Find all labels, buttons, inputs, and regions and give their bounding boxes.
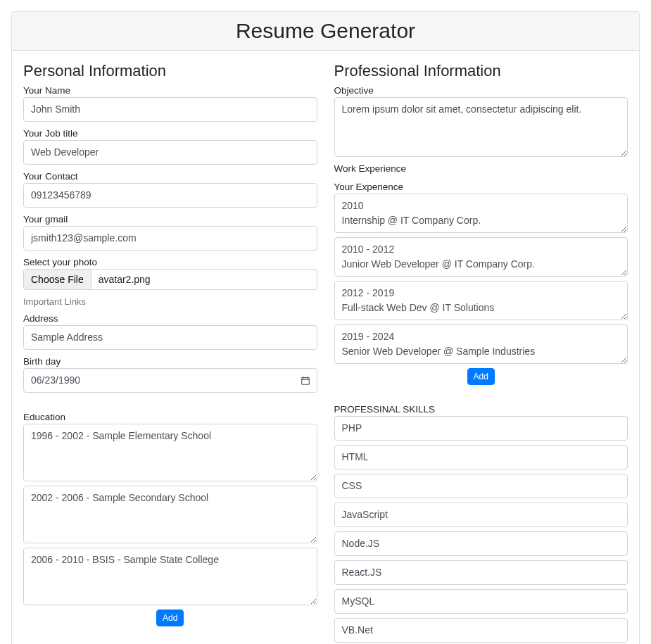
important-links-label: Important Links <box>23 296 86 307</box>
page-title: Resume Generator <box>23 19 628 43</box>
experience-input[interactable] <box>334 324 628 364</box>
experience-section: Your Experience Add <box>334 181 628 385</box>
education-input[interactable] <box>23 548 317 605</box>
name-input[interactable] <box>23 97 317 122</box>
name-label: Your Name <box>23 85 70 96</box>
education-input[interactable] <box>23 424 317 481</box>
personal-heading: Personal Information <box>23 62 317 80</box>
experience-input[interactable] <box>334 281 628 320</box>
skill-input[interactable] <box>334 474 628 498</box>
address-input[interactable] <box>23 325 317 350</box>
skill-input[interactable] <box>334 416 628 441</box>
objective-input[interactable] <box>334 97 628 157</box>
card-body: Personal Information Your Name Your Job … <box>12 51 639 644</box>
contact-input[interactable] <box>23 183 317 208</box>
skill-input[interactable] <box>334 560 628 585</box>
birthday-label: Birth day <box>23 356 61 367</box>
education-section: Education Add <box>23 411 317 626</box>
photo-label: Select your photo <box>23 257 97 267</box>
jobtitle-input[interactable] <box>23 140 317 165</box>
file-name: avatar2.png <box>91 270 158 289</box>
education-input[interactable] <box>23 486 317 543</box>
skill-input[interactable] <box>334 531 628 556</box>
choose-file-button[interactable]: Choose File <box>24 270 91 289</box>
skills-section: PROFESSINAL SKILLS Add <box>334 403 628 644</box>
professional-heading: Professional Information <box>334 62 628 80</box>
jobtitle-label: Your Job title <box>23 128 78 139</box>
birthday-input[interactable] <box>23 368 317 393</box>
skill-input[interactable] <box>334 503 628 527</box>
skill-input[interactable] <box>334 445 628 469</box>
workexperience-label: Work Experience <box>334 163 407 174</box>
add-education-button[interactable]: Add <box>156 610 184 626</box>
contact-label: Your Contact <box>23 171 78 182</box>
card-header: Resume Generator <box>12 12 639 51</box>
education-label: Education <box>23 412 65 422</box>
skill-input[interactable] <box>334 589 628 614</box>
professional-column: Professional Information Objective Work … <box>326 62 637 644</box>
gmail-label: Your gmail <box>23 214 68 225</box>
experience-input[interactable] <box>334 194 628 233</box>
experience-input[interactable] <box>334 237 628 277</box>
photo-file-picker[interactable]: Choose File avatar2.png <box>23 269 317 290</box>
skills-label: PROFESSINAL SKILLS <box>334 404 436 415</box>
address-label: Address <box>23 313 58 324</box>
yourexperience-label: Your Experience <box>334 182 404 192</box>
gmail-input[interactable] <box>23 226 317 251</box>
skill-input[interactable] <box>334 618 628 643</box>
resume-generator-card: Resume Generator Personal Information Yo… <box>11 11 640 644</box>
add-experience-button[interactable]: Add <box>467 368 495 385</box>
objective-label: Objective <box>334 85 374 96</box>
personal-column: Personal Information Your Name Your Job … <box>15 62 326 644</box>
